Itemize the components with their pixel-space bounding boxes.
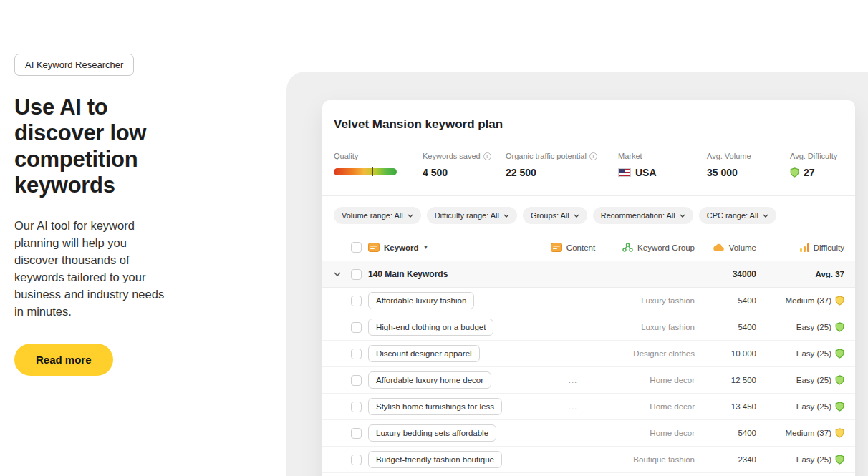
row-checkbox[interactable] (351, 455, 362, 465)
difficulty-label: Easy (25) (796, 349, 831, 358)
filter-chip[interactable]: Recommendation: All (593, 207, 693, 224)
group-cell: Boutique fashion (602, 455, 695, 464)
table-body: Affordable luxury fashion Luxury fashion… (322, 288, 855, 473)
quality-gradient-bar (334, 168, 397, 175)
column-header-volume: Volume (695, 243, 756, 252)
chevron-down-icon (574, 214, 579, 218)
volume-cell: 5400 (695, 429, 756, 437)
info-icon[interactable]: i (483, 152, 491, 160)
hero-section: AI Keyword Researcher Use AI to discover… (14, 54, 193, 376)
column-header-content: Content (544, 243, 602, 252)
filter-chip-label: CPC range: All (707, 211, 758, 220)
avg-volume-label: Avg. Volume (707, 152, 790, 160)
volume-cell: 12 500 (695, 376, 756, 384)
difficulty-shield-icon (835, 322, 844, 332)
keywords-saved-label: Keywords saved (423, 152, 481, 160)
chevron-down-icon (680, 214, 685, 218)
row-checkbox[interactable] (351, 322, 362, 333)
group-volume: 34000 (695, 269, 756, 279)
sort-desc-icon: ▼ (423, 244, 429, 251)
content-icon (551, 243, 562, 252)
filter-chip[interactable]: Groups: All (523, 207, 587, 224)
filter-chip-label: Recommendation: All (601, 211, 675, 220)
group-cell: Home decor (602, 376, 695, 384)
keyword-pill-label[interactable]: Luxury bedding sets affordable (368, 424, 496, 442)
keyword-pill-label[interactable]: Discount designer apparel (368, 345, 480, 362)
usa-flag-icon (618, 168, 631, 177)
row-checkbox[interactable] (351, 428, 362, 439)
difficulty-label: Medium (37) (785, 429, 831, 437)
difficulty-shield-icon (790, 167, 799, 178)
group-checkbox[interactable] (351, 269, 362, 280)
volume-cell: 10 000 (695, 349, 756, 358)
difficulty-label: Easy (25) (796, 455, 831, 464)
volume-cell: 5400 (695, 296, 756, 305)
group-cell: Luxury fashion (602, 323, 695, 331)
keyword-pill-label[interactable]: Budget-friendly fashion boutique (368, 451, 502, 468)
stat-quality: Quality (334, 152, 423, 178)
keyword-pill-label[interactable]: Stylish home furnishings for less (368, 398, 502, 415)
group-cell: Home decor (602, 402, 695, 411)
traffic-label: Organic traffic potential (506, 152, 587, 160)
avg-difficulty-value: 27 (804, 167, 815, 178)
collapse-chevron-icon[interactable] (334, 272, 351, 276)
card-header: Velvet Mansion keyword plan Quality Keyw… (322, 100, 855, 196)
filter-chip-label: Difficulty range: All (435, 211, 499, 220)
keyword-pill-label[interactable]: Affordable luxury home decor (368, 371, 491, 389)
stat-avg-difficulty: Avg. Difficulty 27 (790, 152, 837, 178)
difficulty-shield-icon (835, 375, 844, 385)
keyword-group-row: 140 Main Keywords 34000 Avg. 37 (322, 261, 855, 288)
market-label: Market (618, 152, 707, 160)
chevron-down-icon (408, 214, 413, 218)
difficulty-shield-icon (835, 455, 844, 465)
row-checkbox[interactable] (351, 349, 362, 359)
keyword-pill-label[interactable]: Affordable luxury fashion (368, 292, 474, 309)
row-checkbox[interactable] (351, 375, 362, 386)
table-row: Luxury bedding sets affordable Home deco… (322, 420, 855, 447)
filter-chip[interactable]: CPC range: All (699, 207, 776, 224)
chevron-down-icon (503, 214, 509, 218)
volume-cell: 5400 (695, 323, 756, 331)
group-cell: Home decor (602, 429, 695, 437)
filter-chip[interactable]: Difficulty range: All (427, 207, 517, 224)
info-icon[interactable]: i (589, 152, 597, 160)
filter-chip-label: Volume range: All (342, 211, 403, 220)
table-row: Stylish home furnishings for less ... Ho… (322, 394, 855, 420)
keyword-group-icon (622, 243, 633, 252)
difficulty-shield-icon (835, 402, 844, 412)
difficulty-chart-icon (800, 243, 809, 252)
keyword-pill-label[interactable]: High-end clothing on a budget (368, 319, 493, 336)
keyword-icon (368, 243, 380, 252)
row-checkbox[interactable] (351, 296, 362, 306)
avg-volume-value: 35 000 (707, 167, 790, 178)
column-header-keyword[interactable]: Keyword ▼ (368, 243, 544, 252)
filter-chip[interactable]: Volume range: All (334, 207, 421, 224)
table-row: Discount designer apparel Designer cloth… (322, 341, 855, 367)
content-cell: ... (544, 376, 602, 384)
difficulty-label: Easy (25) (796, 323, 831, 331)
hero-title: Use AI to discover low competition keywo… (14, 94, 168, 198)
table-row: High-end clothing on a budget Luxury fas… (322, 314, 855, 341)
difficulty-shield-icon (835, 296, 844, 306)
hero-description: Our AI tool for keyword planning will he… (14, 218, 172, 321)
read-more-button[interactable]: Read more (14, 344, 113, 376)
keyword-plan-card: Velvet Mansion keyword plan Quality Keyw… (322, 100, 855, 476)
table-row: Affordable luxury fashion Luxury fashion… (322, 288, 855, 314)
quality-marker (372, 167, 373, 176)
content-cell: ... (544, 402, 602, 411)
row-checkbox[interactable] (351, 402, 362, 412)
filters-row: Volume range: All Difficulty range: All … (322, 196, 855, 234)
group-avg-difficulty: Avg. 37 (756, 270, 844, 278)
difficulty-label: Easy (25) (796, 402, 831, 411)
filter-chip-label: Groups: All (531, 211, 569, 220)
stat-keywords-saved: Keywords saved i 4 500 (423, 152, 506, 178)
table-row: Budget-friendly fashion boutique Boutiqu… (322, 447, 855, 473)
difficulty-label: Easy (25) (796, 376, 831, 384)
select-all-checkbox[interactable] (351, 242, 362, 253)
volume-cell: 13 450 (695, 402, 756, 411)
group-cell: Designer clothes (602, 349, 695, 358)
difficulty-shield-icon (835, 349, 844, 359)
market-value: USA (635, 167, 657, 178)
avg-difficulty-label: Avg. Difficulty (790, 152, 837, 160)
group-cell: Luxury fashion (602, 296, 695, 305)
